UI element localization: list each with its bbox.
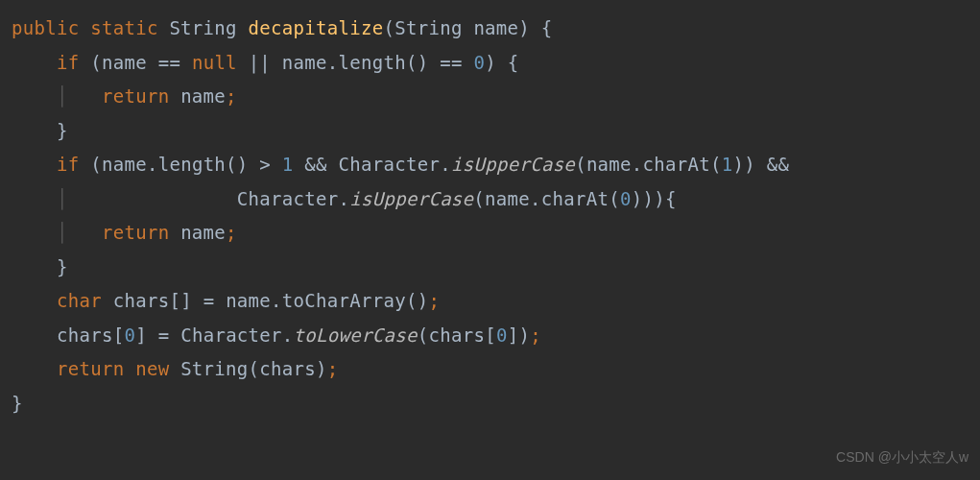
keyword-char: char: [57, 290, 102, 311]
method-name: decapitalize: [249, 17, 384, 38]
static-method-lower: toLowerCase: [294, 324, 418, 346]
param-name: name: [473, 17, 518, 38]
keyword-if: if: [57, 52, 79, 73]
keyword-public: public: [12, 17, 79, 38]
code-editor: public static String decapitalize(String…: [12, 12, 980, 420]
type-string: String: [169, 17, 236, 38]
keyword-null: null: [192, 52, 237, 73]
keyword-static: static: [90, 17, 157, 38]
keyword-new: new: [135, 358, 169, 379]
static-method: isUpperCase: [451, 154, 575, 175]
param-type: String: [394, 17, 462, 38]
keyword-return: return: [102, 85, 169, 107]
watermark-text: CSDN @小小太空人w: [836, 441, 968, 475]
